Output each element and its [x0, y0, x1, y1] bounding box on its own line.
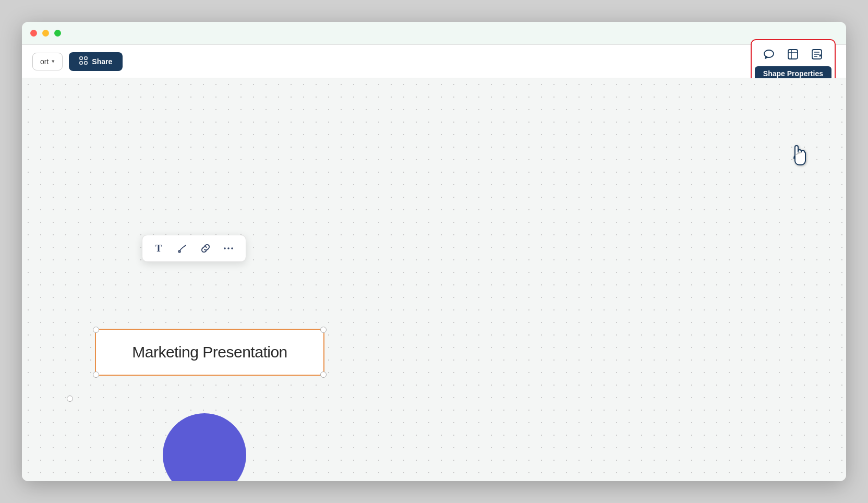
link-tool-button[interactable]	[195, 239, 216, 257]
svg-point-16	[231, 247, 233, 249]
svg-rect-2	[80, 62, 82, 64]
pen-tool-button[interactable]	[172, 239, 194, 257]
selected-text-shape[interactable]: Marketing Presentation	[95, 329, 324, 376]
share-button[interactable]: Share	[69, 52, 123, 71]
svg-text:T: T	[155, 243, 162, 254]
svg-rect-0	[80, 57, 82, 59]
blue-circle-shape[interactable]	[163, 413, 246, 481]
close-dot[interactable]	[30, 30, 37, 37]
resize-handle-bl[interactable]	[93, 372, 99, 378]
export-label: ort	[40, 57, 49, 66]
minimize-dot[interactable]	[42, 30, 49, 37]
resize-handle-br[interactable]	[320, 372, 327, 378]
main-window: ort ▾ Share	[22, 22, 846, 481]
svg-rect-3	[85, 62, 87, 64]
svg-rect-1	[85, 57, 87, 59]
export-arrow-icon: ▾	[52, 58, 55, 65]
canvas-area[interactable]: T	[22, 78, 846, 481]
titlebar	[22, 22, 846, 45]
shape-floating-toolbar: T	[142, 235, 246, 262]
resize-handle-tl[interactable]	[93, 327, 99, 333]
svg-point-4	[764, 50, 774, 57]
svg-rect-5	[788, 50, 798, 59]
share-label: Share	[92, 57, 112, 66]
edit-notes-icon-button[interactable]	[809, 46, 825, 62]
shape-properties-panel: Shape Properties	[751, 39, 836, 84]
shape-text: Marketing Presentation	[132, 343, 287, 361]
resize-handle-tr[interactable]	[320, 327, 327, 333]
shape-properties-icon-button[interactable]	[785, 46, 801, 62]
toolbar-right: Shape Properties	[751, 39, 836, 84]
svg-point-14	[224, 247, 226, 249]
cursor-pointer-icon	[788, 141, 811, 174]
export-button[interactable]: ort ▾	[32, 53, 63, 70]
comment-icon-button[interactable]	[761, 46, 777, 62]
toolbar: ort ▾ Share	[22, 45, 846, 78]
text-tool-button[interactable]: T	[149, 239, 171, 257]
share-grid-icon	[79, 56, 88, 67]
panel-icons-row	[757, 44, 829, 64]
more-options-button[interactable]	[218, 239, 239, 257]
svg-point-15	[227, 247, 230, 249]
fullscreen-dot[interactable]	[54, 30, 61, 37]
